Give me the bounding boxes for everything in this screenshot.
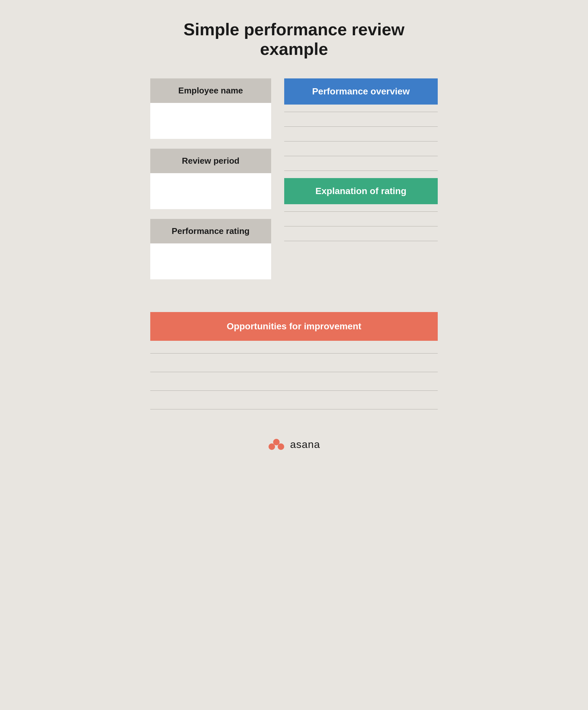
page-container: Simple performance review example Employ… (131, 0, 457, 710)
rule-line-4 (284, 156, 438, 156)
asana-footer: asana (268, 438, 320, 451)
rule-line-8 (284, 241, 438, 241)
opportunities-header: Opportunities for improvement (150, 312, 438, 341)
top-section: Employee name Review period Performance … (150, 78, 438, 289)
asana-icon (268, 438, 285, 451)
bottom-rule-3 (150, 390, 438, 391)
bottom-rule-1 (150, 353, 438, 354)
explanation-rating-header: Explanation of rating (284, 178, 438, 204)
rule-line-7 (284, 226, 438, 227)
bottom-lines (150, 344, 438, 419)
bottom-rule-2 (150, 372, 438, 372)
performance-overview-header: Performance overview (284, 78, 438, 104)
performance-rating-input[interactable] (150, 243, 271, 279)
performance-rating-label: Performance rating (150, 219, 271, 243)
asana-logo-svg (268, 438, 285, 451)
employee-name-label: Employee name (150, 78, 271, 103)
svg-point-2 (273, 439, 279, 445)
rule-line-5 (284, 170, 438, 171)
page-title: Simple performance review example (150, 20, 438, 59)
bottom-rule-4 (150, 409, 438, 409)
right-column: Performance overview Explanation of rati… (284, 78, 438, 289)
asana-brand-name: asana (290, 439, 320, 451)
review-period-label: Review period (150, 149, 271, 173)
main-content: Employee name Review period Performance … (150, 78, 438, 419)
left-column: Employee name Review period Performance … (150, 78, 271, 289)
employee-name-input[interactable] (150, 103, 271, 139)
rule-line-6 (284, 211, 438, 212)
opportunities-section: Opportunities for improvement (150, 312, 438, 419)
rule-line-2 (284, 126, 438, 127)
rule-line-3 (284, 141, 438, 141)
review-period-input[interactable] (150, 173, 271, 209)
